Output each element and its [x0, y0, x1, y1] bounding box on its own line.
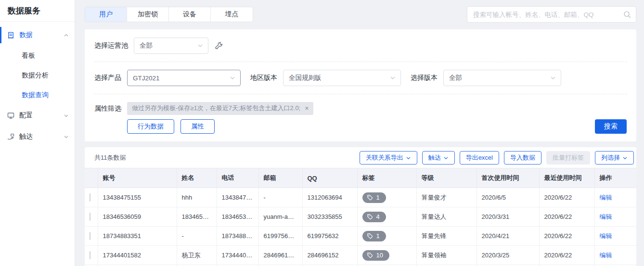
batch-tag-button[interactable]: 批量打标签	[546, 151, 590, 165]
attribute-button[interactable]: 属性	[180, 119, 215, 134]
version-filter: 选择版本 全部	[411, 70, 561, 86]
sidebar: 数据服务 数据 看板 数据分析 数据查询 配置	[0, 0, 75, 266]
cell-phone: 18734883351	[217, 227, 258, 246]
results-panel: 共11条数据 关联关系导出 触达 导出excel 导入数据 批量打标签 列选择	[85, 147, 636, 266]
pool-filter-row: 选择运营池 全部	[94, 38, 627, 54]
cell-phone: 17344401582	[217, 246, 258, 265]
cell-last-use: 2020/6/22	[539, 227, 594, 246]
reach-button[interactable]: 触达	[422, 151, 455, 165]
sidebar-item-kanban[interactable]: 看板	[0, 46, 75, 65]
divider	[94, 62, 627, 62]
edit-link[interactable]: 编辑	[600, 232, 612, 240]
result-count: 共11条数据	[94, 153, 126, 162]
table-row: 17344401582 杨卫东 17344401582 284696152...…	[85, 246, 636, 265]
row-checkbox[interactable]	[90, 193, 90, 202]
tag-icon	[367, 233, 373, 239]
tag-icon	[367, 252, 373, 258]
col-first-use: 首次使用时间	[477, 168, 539, 188]
sidebar-menu: 数据 看板 数据分析 数据查询 配置 触达	[0, 22, 75, 147]
col-last-use: 最近使用时间	[539, 168, 594, 188]
chevron-down-icon	[406, 155, 411, 161]
attribute-filter-row: 属性筛选 做过另存为模板-保存≥1次，在最近7天;标签包含土建入口2.0; × …	[94, 102, 627, 134]
cell-account: 18346536059	[98, 207, 177, 227]
cell-first-use: 2020/3/31	[477, 207, 539, 227]
region-filter: 地区版本 全国规则版	[250, 70, 401, 86]
export-excel-button[interactable]: 导出excel	[460, 151, 499, 165]
row-checkbox[interactable]	[90, 232, 90, 240]
cell-name: hhh	[177, 188, 217, 207]
cell-name: 18346536059	[177, 207, 217, 227]
pool-select[interactable]: 全部	[134, 38, 208, 54]
hand-reach-icon	[7, 133, 15, 141]
attribute-label: 属性筛选	[94, 104, 121, 113]
close-icon[interactable]: ×	[305, 105, 309, 112]
tab-user[interactable]: 用户	[85, 7, 127, 22]
search-button[interactable]: 搜索	[595, 119, 627, 134]
version-select[interactable]: 全部	[443, 70, 561, 86]
sidebar-item-config[interactable]: 配置	[0, 105, 75, 126]
cell-level: 算量先锋	[416, 227, 477, 246]
tag-count-badge[interactable]: 10	[362, 250, 389, 261]
sidebar-item-data-query[interactable]: 数据查询	[0, 85, 75, 105]
tag-icon	[367, 214, 373, 220]
edit-link[interactable]: 编辑	[600, 213, 612, 220]
cell-last-use: 2020/6/22	[539, 207, 594, 227]
sidebar-item-reach[interactable]: 触达	[0, 126, 75, 147]
version-label: 选择版本	[411, 74, 438, 82]
chip-text: 做过另存为模板-保存≥1次，在最近7天;标签包含土建入口2.0;	[132, 104, 300, 113]
edit-link[interactable]: 编辑	[600, 194, 612, 201]
col-tags: 标签	[357, 168, 416, 188]
cell-level: 算量达人	[416, 207, 477, 227]
cell-name: -	[177, 227, 217, 246]
user-data-table: 账号 姓名 电话 邮箱 QQ 标签 等级 首次使用时间 最近使用时间 操作	[85, 168, 636, 266]
attribute-content: 做过另存为模板-保存≥1次，在最近7天;标签包含土建入口2.0; × 行为数据 …	[127, 102, 627, 134]
cell-last-use: 2020/6/22	[539, 188, 594, 207]
filter-panel: 选择运营池 全部 选择产品 GTJ2021	[85, 29, 636, 141]
edit-link[interactable]: 编辑	[600, 252, 612, 259]
col-account: 账号	[98, 168, 177, 188]
tab-device[interactable]: 设备	[169, 7, 211, 22]
sidebar-item-label: 触达	[19, 132, 33, 141]
chevron-down-icon	[390, 75, 396, 81]
data-receipt-icon	[7, 31, 15, 39]
column-select-button[interactable]: 列选择	[595, 151, 634, 165]
wrench-icon[interactable]	[214, 41, 224, 51]
cell-level: 算量领袖	[416, 246, 477, 265]
behavior-data-button[interactable]: 行为数据	[127, 119, 174, 134]
cell-email: 619975632...	[258, 227, 302, 246]
sidebar-item-data-analysis[interactable]: 数据分析	[0, 65, 75, 85]
chevron-down-icon	[622, 155, 628, 161]
chevron-down-icon	[64, 134, 69, 139]
product-select[interactable]: GTJ2021	[127, 70, 241, 86]
import-data-button[interactable]: 导入数据	[504, 151, 541, 165]
tab-tracking[interactable]: 埋点	[211, 7, 253, 22]
tag-count-badge[interactable]: 4	[362, 212, 386, 222]
relation-export-button[interactable]: 关联关系导出	[360, 151, 417, 165]
button-label: 列选择	[601, 153, 620, 162]
chevron-down-icon	[197, 43, 203, 49]
tag-count-badge[interactable]: 1	[362, 231, 386, 241]
tab-dongle[interactable]: 加密锁	[127, 7, 169, 22]
search-icon[interactable]	[623, 10, 631, 21]
col-qq: QQ	[302, 168, 357, 188]
table-header-row: 账号 姓名 电话 邮箱 QQ 标签 等级 首次使用时间 最近使用时间 操作	[85, 168, 636, 188]
cell-email: 284696152...	[258, 246, 302, 265]
sidebar-item-label: 数据	[19, 31, 33, 39]
col-phone: 电话	[217, 168, 258, 188]
row-checkbox[interactable]	[90, 251, 90, 259]
tag-count: 1	[376, 232, 380, 240]
row-checkbox[interactable]	[90, 213, 90, 221]
tag-count: 1	[376, 194, 380, 201]
sidebar-item-label: 配置	[19, 111, 33, 120]
chevron-up-icon	[64, 33, 69, 38]
monitor-icon	[7, 112, 15, 120]
pool-select-value: 全部	[140, 41, 153, 50]
table-actions: 关联关系导出 触达 导出excel 导入数据 批量打标签 列选择	[360, 151, 634, 165]
search-input[interactable]	[467, 6, 636, 23]
chevron-down-icon	[230, 75, 235, 81]
app-title: 数据服务	[0, 0, 75, 22]
region-select[interactable]: 全国规则版	[283, 70, 401, 86]
tag-count-badge[interactable]: 1	[362, 192, 386, 203]
tag-count: 10	[376, 252, 383, 259]
sidebar-item-data[interactable]: 数据	[0, 25, 75, 46]
